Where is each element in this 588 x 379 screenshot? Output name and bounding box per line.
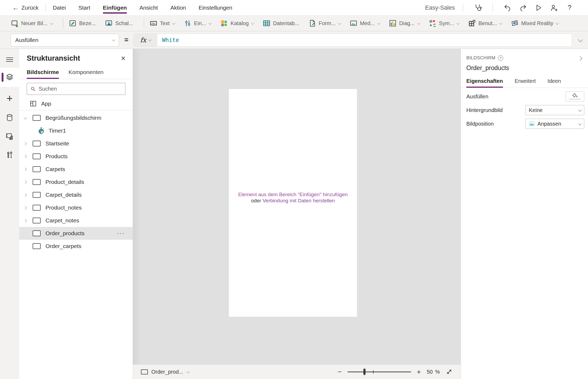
preview-play-icon[interactable]	[531, 2, 546, 13]
screen-icon	[33, 179, 41, 185]
chevron-collapsed-icon[interactable]	[23, 219, 27, 222]
gallery-menu-button[interactable]: Katalog	[220, 19, 253, 27]
custom-menu-button[interactable]: Benut...	[468, 19, 502, 27]
back-arrow-icon: ←	[12, 5, 19, 11]
tree-tabs: Bildschirme Komponenten	[19, 63, 133, 79]
tree-item-screen[interactable]: Product_notes	[19, 201, 133, 214]
app-checker-icon[interactable]	[470, 2, 486, 13]
new-screen-button[interactable]: Neuer Bil...	[11, 19, 52, 27]
redo-icon[interactable]	[515, 2, 531, 13]
tree-item-timer[interactable]: Timer1	[19, 124, 133, 137]
tree-item-screen[interactable]: Product_details	[19, 176, 133, 188]
menu-item-aktion[interactable]: Aktion	[170, 0, 186, 16]
fill-color-button[interactable]	[566, 91, 584, 102]
hamburger-menu-icon[interactable]	[0, 52, 19, 68]
menu-item-datei[interactable]: Datei	[53, 0, 66, 16]
connect-data-link[interactable]: Verbindung mit Daten herstellen	[263, 198, 335, 203]
tree-item-screen[interactable]: Products	[19, 150, 133, 163]
tree-item-app[interactable]: App	[19, 97, 133, 110]
chevron-collapsed-icon[interactable]	[23, 193, 27, 197]
expand-formula-bar-button[interactable]	[572, 38, 588, 42]
menu-item-einfuegen[interactable]: Einfügen	[103, 0, 127, 16]
more-options-icon[interactable]: ···	[117, 230, 125, 237]
property-row-fill: Ausfüllen	[466, 91, 584, 102]
chevron-down-icon	[148, 38, 152, 41]
input-icon	[184, 19, 192, 27]
image-position-icon	[529, 121, 535, 126]
media-menu-button[interactable]: Med...	[349, 19, 380, 27]
close-icon[interactable]: ✕	[121, 55, 126, 62]
timer-icon	[37, 127, 45, 134]
selected-control-name: Order_products	[461, 61, 588, 72]
forms-icon	[308, 19, 316, 27]
tree-item-screen[interactable]: Begrüßungsbildschirm	[19, 111, 133, 124]
tree-item-screen[interactable]: Carpet_details	[19, 188, 133, 201]
menu-item-einstellungen[interactable]: Einstellungen	[199, 0, 232, 16]
data-sources-icon[interactable]	[0, 110, 19, 126]
insert-plus-icon[interactable]: +	[0, 90, 19, 106]
chevron-collapsed-icon[interactable]	[23, 155, 27, 158]
image-position-dropdown[interactable]: Anpassen	[525, 119, 584, 129]
menu-item-ansicht[interactable]: Ansicht	[139, 0, 158, 16]
text-icon: Abc	[149, 19, 157, 27]
media-panel-icon[interactable]	[0, 128, 19, 144]
help-icon[interactable]: ?	[562, 2, 577, 13]
tree-item-screen[interactable]: Order_carpets	[19, 240, 133, 253]
menu-items: Datei Start Einfügen Ansicht Aktion Eins…	[53, 0, 232, 16]
screen-icon	[33, 141, 41, 146]
data-table-button[interactable]: Datentab...	[263, 19, 299, 27]
charts-menu-button[interactable]: Diag...	[389, 19, 420, 27]
help-circle-icon[interactable]: ?	[498, 55, 503, 61]
zoom-slider-thumb[interactable]	[363, 369, 366, 375]
mixed-reality-menu-button[interactable]: Mixed Reality	[511, 19, 558, 27]
screen-artboard[interactable]: Element aus dem Bereich "Einfügen" hinzu…	[229, 89, 357, 317]
icons-menu-button[interactable]: Sym...	[429, 19, 459, 27]
equals-sign: =	[124, 36, 128, 44]
tree-panel-title: Strukturansicht	[27, 54, 80, 63]
menu-item-start[interactable]: Start	[78, 0, 90, 16]
input-menu-button[interactable]: Ein...	[184, 19, 211, 27]
label-button[interactable]: Beze...	[69, 19, 96, 27]
tree-view-icon[interactable]	[0, 68, 19, 87]
zoom-out-button[interactable]: −	[338, 368, 342, 375]
powerapps-studio: ← Zurück Datei Start Einfügen Ansicht Ak…	[0, 0, 588, 379]
screen-icon	[33, 218, 41, 223]
chevron-collapsed-icon[interactable]	[23, 142, 27, 145]
tree-view-panel: Strukturansicht ✕ Bildschirme Komponente…	[19, 49, 133, 379]
screen-selector-dropdown[interactable]: Order_prod...	[141, 369, 189, 375]
forms-menu-button[interactable]: Form...	[308, 19, 340, 27]
button-control-button[interactable]: Schal...	[105, 19, 133, 27]
chevron-collapsed-icon[interactable]	[23, 168, 27, 171]
tree-search[interactable]	[27, 83, 125, 95]
tree-item-screen[interactable]: Carpet_notes	[19, 214, 133, 227]
back-button[interactable]: ← Zurück	[12, 5, 39, 11]
chevron-expanded-icon[interactable]	[24, 116, 27, 119]
property-selector-dropdown[interactable]: Ausfüllen	[11, 34, 119, 47]
chevron-collapsed-icon[interactable]	[23, 206, 27, 210]
fit-to-window-icon[interactable]	[446, 368, 453, 375]
share-person-add-icon[interactable]	[546, 2, 562, 13]
tab-ideen[interactable]: Ideen	[548, 78, 561, 88]
chevron-collapsed-icon[interactable]	[23, 180, 27, 184]
zoom-slider[interactable]	[348, 368, 411, 375]
advanced-tools-icon[interactable]	[0, 147, 19, 163]
collapse-panel-icon[interactable]	[578, 56, 582, 61]
undo-icon[interactable]	[500, 2, 515, 13]
chevron-down-icon	[251, 21, 255, 25]
tab-eigenschaften[interactable]: Eigenschaften	[466, 78, 503, 88]
zoom-in-button[interactable]: +	[417, 368, 421, 375]
tree-item-screen-selected[interactable]: Order_products ···	[19, 227, 133, 240]
formula-input[interactable]: White	[157, 34, 572, 47]
fx-function-dropdown[interactable]: fx	[134, 34, 157, 47]
tab-bildschirme[interactable]: Bildschirme	[27, 69, 59, 79]
background-image-dropdown[interactable]: Keine	[525, 105, 584, 115]
tab-erweitert[interactable]: Erweitert	[515, 78, 536, 88]
tree-item-screen[interactable]: Startseite	[19, 137, 133, 150]
search-input[interactable]	[39, 86, 122, 92]
divider	[493, 4, 493, 12]
left-rail: +	[0, 49, 19, 379]
tab-komponenten[interactable]: Komponenten	[68, 69, 103, 79]
tree-item-screen[interactable]: Carpets	[19, 163, 133, 176]
screen-icon	[33, 205, 41, 211]
text-menu-button[interactable]: Abc Text	[149, 19, 175, 27]
